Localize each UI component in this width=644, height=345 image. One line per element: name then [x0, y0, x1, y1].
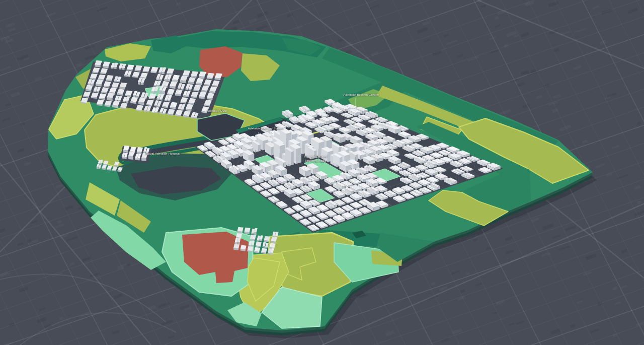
scene-viewport[interactable]: Adelaide Oval Adelaide Botanic Garden Ro… [0, 0, 644, 345]
map-canvas[interactable] [0, 0, 644, 345]
